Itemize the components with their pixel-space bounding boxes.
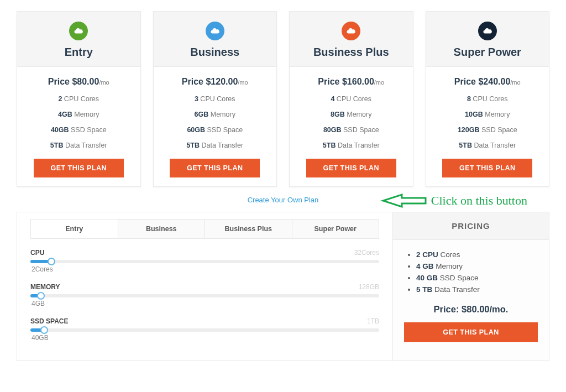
create-your-own-row: Create Your Own Plan Click on this butto…: [17, 196, 549, 204]
builder-tab-business-plus[interactable]: Business Plus: [205, 219, 292, 239]
annotation-text: Click on this button: [431, 194, 527, 208]
plan-feature-transfer: 5TB Data Transfer: [24, 138, 134, 153]
plan-card-super-power: Super Power Price $240.00/mo 8 CPU Cores…: [426, 11, 550, 187]
pricing-item: 4 GB Memory: [416, 260, 538, 272]
plan-name: Entry: [17, 46, 140, 59]
pricing-item: 5 TB Data Transfer: [416, 284, 538, 295]
memory-slider-knob[interactable]: [37, 292, 45, 300]
plan-cards-row: Entry Price $80.00/mo 2 CPU Cores 4GB Me…: [17, 11, 549, 187]
cloud-icon: [342, 22, 360, 40]
plan-feature-memory: 6GB Memory: [160, 107, 270, 122]
arrow-left-icon: [380, 192, 427, 209]
cloud-icon: [69, 22, 88, 40]
plan-feature-cpu: 4 CPU Cores: [296, 91, 406, 107]
plan-card-business-plus: Business Plus Price $160.00/mo 4 CPU Cor…: [289, 11, 413, 187]
pricing-item: 40 GB SSD Space: [416, 272, 538, 284]
plan-price: Price $80.00/mo: [24, 74, 134, 91]
plan-feature-cpu: 8 CPU Cores: [433, 91, 543, 107]
get-this-plan-button[interactable]: GET THIS PLAN: [34, 159, 124, 177]
plan-feature-memory: 10GB Memory: [433, 107, 543, 122]
plan-name: Super Power: [426, 46, 549, 59]
pricing-panel: PRICING 2 CPU Cores4 GB Memory40 GB SSD …: [393, 212, 549, 360]
ssd-slider-knob[interactable]: [40, 326, 48, 334]
plan-builder-left: EntryBusinessBusiness PlusSuper Power CP…: [17, 212, 393, 360]
memory-value: 4GB: [30, 300, 379, 307]
plan-feature-ssd: 60GB SSD Space: [160, 122, 270, 138]
ssd-max: 1TB: [367, 317, 379, 325]
memory-slider[interactable]: [30, 294, 379, 297]
plan-feature-transfer: 5TB Data Transfer: [160, 138, 270, 153]
ssd-value: 40GB: [30, 334, 379, 342]
annotation-callout: Click on this button: [380, 192, 527, 209]
cloud-icon: [206, 22, 224, 40]
plan-card-business: Business Price $120.00/mo 3 CPU Cores 6G…: [153, 11, 277, 187]
cloud-icon: [478, 22, 497, 40]
cpu-slider-block: CPU 32Cores 2Cores: [30, 249, 379, 273]
plan-builder: EntryBusinessBusiness PlusSuper Power CP…: [17, 212, 549, 361]
plan-name: Business Plus: [290, 46, 413, 59]
create-your-own-plan-link[interactable]: Create Your Own Plan: [248, 196, 319, 204]
get-this-plan-button[interactable]: GET THIS PLAN: [442, 159, 532, 177]
plan-price: Price $240.00/mo: [433, 74, 543, 91]
plan-feature-cpu: 2 CPU Cores: [24, 91, 134, 107]
plan-feature-memory: 8GB Memory: [296, 107, 406, 122]
get-this-plan-button[interactable]: GET THIS PLAN: [306, 159, 396, 177]
plan-feature-transfer: 5TB Data Transfer: [433, 138, 543, 153]
plan-price: Price $160.00/mo: [296, 74, 406, 91]
pricing-heading: PRICING: [393, 212, 549, 240]
plan-feature-cpu: 3 CPU Cores: [160, 91, 270, 107]
builder-tabs: EntryBusinessBusiness PlusSuper Power: [30, 219, 379, 239]
ssd-slider-block: SSD SPACE 1TB 40GB: [30, 317, 379, 342]
plan-name: Business: [154, 46, 277, 59]
plan-feature-ssd: 80GB SSD Space: [296, 122, 406, 138]
pricing-get-plan-button[interactable]: GET THIS PLAN: [404, 322, 538, 342]
plan-price: Price $120.00/mo: [160, 74, 270, 91]
builder-tab-super-power[interactable]: Super Power: [292, 219, 380, 239]
plan-card-entry: Entry Price $80.00/mo 2 CPU Cores 4GB Me…: [17, 11, 141, 187]
builder-tab-entry[interactable]: Entry: [30, 219, 118, 239]
pricing-total: Price: $80.00/mo.: [404, 295, 538, 322]
pricing-item: 2 CPU Cores: [416, 249, 538, 260]
ssd-slider[interactable]: [30, 328, 379, 332]
plan-feature-transfer: 5TB Data Transfer: [296, 138, 406, 153]
builder-tab-business[interactable]: Business: [118, 219, 206, 239]
cpu-max: 32Cores: [354, 249, 379, 257]
memory-label: MEMORY: [30, 283, 60, 291]
plan-feature-memory: 4GB Memory: [24, 107, 134, 122]
cpu-slider[interactable]: [30, 260, 379, 263]
memory-slider-block: MEMORY 128GB 4GB: [30, 283, 379, 307]
get-this-plan-button[interactable]: GET THIS PLAN: [170, 159, 260, 177]
cpu-value: 2Cores: [30, 265, 379, 273]
plan-feature-ssd: 120GB SSD Space: [433, 122, 543, 138]
plan-feature-ssd: 40GB SSD Space: [24, 122, 134, 138]
ssd-label: SSD SPACE: [30, 317, 68, 325]
pricing-summary-list: 2 CPU Cores4 GB Memory40 GB SSD Space5 T…: [404, 249, 538, 295]
cpu-slider-knob[interactable]: [48, 258, 55, 265]
cpu-label: CPU: [30, 249, 44, 257]
memory-max: 128GB: [359, 283, 379, 291]
